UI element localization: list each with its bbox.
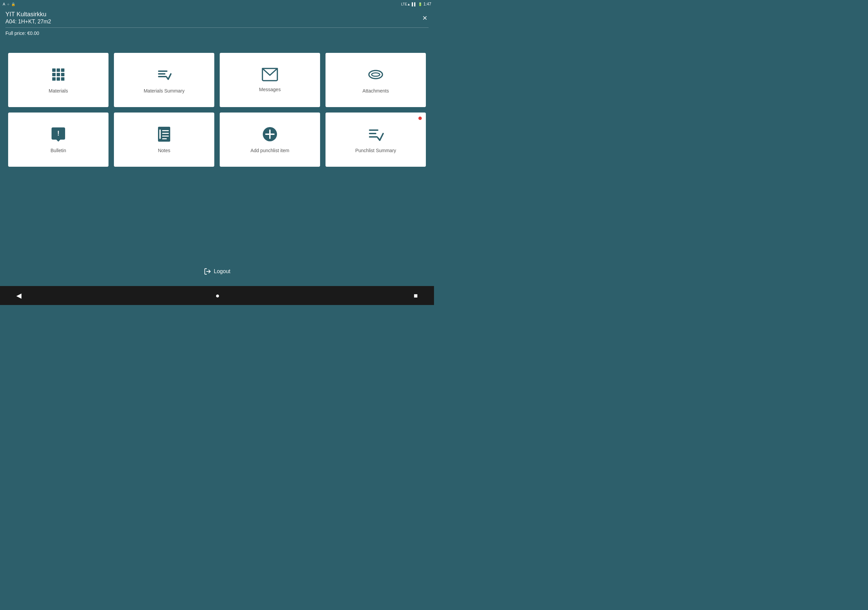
attachments-label: Attachments — [363, 88, 389, 93]
svg-rect-17 — [160, 130, 161, 139]
svg-rect-5 — [61, 73, 64, 76]
punchlist-summary-icon — [367, 126, 384, 142]
svg-rect-8 — [61, 77, 64, 81]
back-button[interactable]: ◀ — [14, 289, 24, 302]
add-punchlist-label: Add punchlist item — [251, 148, 289, 153]
app-title: YIT Kultasirkku — [5, 11, 51, 18]
svg-rect-26 — [369, 133, 377, 134]
svg-text:!: ! — [57, 130, 60, 137]
mail-icon — [262, 68, 278, 81]
status-bar: A ○ 🔒 LTE▲ ▌▌ 🔋 1:47 — [0, 0, 434, 8]
notes-label: Notes — [158, 148, 170, 153]
svg-rect-0 — [52, 68, 56, 72]
logout-area: Logout — [0, 265, 434, 278]
svg-rect-19 — [162, 133, 169, 134]
svg-rect-10 — [158, 73, 166, 74]
svg-rect-18 — [162, 130, 169, 131]
svg-rect-21 — [162, 138, 167, 139]
logout-label: Logout — [214, 268, 231, 274]
svg-rect-9 — [158, 71, 167, 72]
svg-rect-4 — [57, 73, 60, 76]
svg-rect-24 — [265, 133, 274, 135]
lte-signal-icon: LTE▲ — [401, 2, 411, 6]
wifi-icon: ▌▌ — [412, 2, 416, 6]
header-text: YIT Kultasirkku A04: 1H+KT, 27m2 — [5, 11, 51, 25]
svg-point-14 — [372, 73, 380, 76]
add-circle-icon — [262, 126, 278, 142]
home-button[interactable]: ● — [212, 289, 222, 302]
lock-icon: 🔒 — [11, 2, 15, 6]
nav-bar: ◀ ● ■ — [0, 286, 434, 305]
svg-rect-7 — [57, 77, 60, 81]
materials-label: Materials — [49, 88, 68, 93]
messages-label: Messages — [259, 87, 281, 92]
svg-rect-3 — [52, 73, 56, 76]
svg-rect-6 — [52, 77, 56, 81]
svg-point-13 — [369, 71, 383, 79]
svg-rect-27 — [369, 136, 378, 138]
notification-dot — [418, 116, 422, 120]
bulletin-icon: ! — [51, 126, 66, 142]
battery-icon: 🔋 — [418, 2, 422, 6]
svg-rect-1 — [57, 68, 60, 72]
list-check-icon — [156, 67, 172, 83]
add-punchlist-card[interactable]: Add punchlist item — [220, 113, 320, 167]
status-icons-left: A ○ 🔒 — [3, 2, 15, 6]
app-header: YIT Kultasirkku A04: 1H+KT, 27m2 × Full … — [0, 8, 434, 37]
bulletin-label: Bulletin — [51, 148, 66, 153]
punchlist-summary-card[interactable]: Punchlist Summary — [326, 113, 426, 167]
recent-button[interactable]: ■ — [411, 289, 420, 302]
notes-card[interactable]: Notes — [114, 113, 214, 167]
svg-rect-25 — [369, 130, 378, 131]
time-display: 1:47 — [423, 2, 431, 6]
full-price-label: Full price: €0.00 — [5, 28, 429, 37]
materials-summary-label: Materials Summary — [144, 88, 185, 93]
paperclip-icon — [367, 67, 384, 83]
main-content: Materials Materials Summary — [0, 48, 434, 285]
materials-summary-card[interactable]: Materials Summary — [114, 53, 214, 107]
svg-rect-11 — [158, 76, 167, 77]
svg-rect-20 — [162, 136, 169, 136]
grid-row-2: ! Bulletin Notes — [8, 113, 426, 167]
logout-button[interactable]: Logout — [198, 265, 236, 278]
status-icons-right: LTE▲ ▌▌ 🔋 1:47 — [401, 2, 431, 6]
notes-icon — [157, 126, 172, 142]
punchlist-summary-label: Punchlist Summary — [355, 148, 396, 153]
materials-card[interactable]: Materials — [8, 53, 108, 107]
apartment-subtitle: A04: 1H+KT, 27m2 — [5, 19, 51, 25]
notification-a-icon: A — [3, 2, 5, 6]
svg-rect-2 — [61, 68, 64, 72]
logout-icon — [204, 268, 211, 275]
bulletin-card[interactable]: ! Bulletin — [8, 113, 108, 167]
circle-icon: ○ — [7, 2, 9, 6]
messages-card[interactable]: Messages — [220, 53, 320, 107]
grid-icon — [50, 67, 67, 83]
close-button[interactable]: × — [421, 12, 429, 23]
attachments-card[interactable]: Attachments — [326, 53, 426, 107]
grid-row-1: Materials Materials Summary — [8, 53, 426, 107]
